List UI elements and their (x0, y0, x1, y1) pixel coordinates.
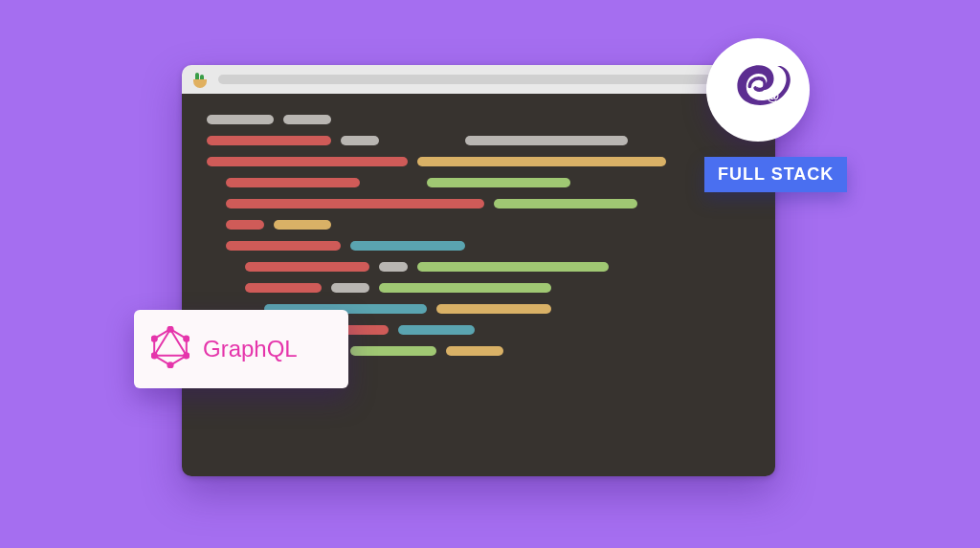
svg-text:@: @ (768, 89, 780, 103)
code-line (207, 178, 750, 187)
full-stack-tag: FULL STACK (704, 157, 847, 192)
code-segment (207, 115, 274, 124)
graphql-card: GraphQL (134, 310, 348, 388)
code-line (207, 157, 750, 166)
browser-title-bar (182, 65, 775, 94)
graphql-label: GraphQL (203, 336, 298, 362)
code-segment (226, 220, 264, 230)
code-segment (245, 283, 322, 293)
code-line (207, 136, 750, 145)
code-segment (465, 136, 628, 145)
code-segment (379, 262, 408, 272)
code-segment (245, 262, 369, 272)
code-segment (436, 304, 551, 314)
code-segment (446, 346, 503, 356)
code-segment (350, 346, 436, 356)
code-segment (331, 283, 369, 293)
cactus-favicon-icon (191, 71, 209, 88)
code-line (207, 199, 750, 208)
code-line (207, 115, 750, 124)
code-segment (398, 325, 475, 335)
graphql-logo-icon (151, 326, 189, 372)
code-segment (417, 157, 666, 166)
code-segment (379, 283, 551, 293)
code-segment (274, 220, 331, 230)
code-segment (226, 199, 484, 208)
code-editor-window (182, 65, 775, 476)
code-segment (226, 178, 360, 187)
blazor-badge: @ (706, 38, 810, 142)
full-stack-label: FULL STACK (718, 164, 834, 184)
url-bar-placeholder (218, 75, 766, 84)
code-line (207, 220, 750, 230)
code-segment (207, 157, 408, 166)
code-line (207, 262, 750, 272)
code-segment (341, 136, 379, 145)
code-line (207, 283, 750, 293)
svg-marker-3 (154, 329, 187, 356)
code-segment (417, 262, 609, 272)
code-segment (226, 241, 341, 251)
code-segment (207, 136, 331, 145)
code-segment (350, 241, 465, 251)
code-segment (494, 199, 637, 208)
code-segment (427, 178, 570, 187)
code-segment (283, 115, 331, 124)
blazor-logo-icon: @ (724, 54, 792, 126)
code-line (207, 241, 750, 251)
code-area (182, 94, 775, 476)
